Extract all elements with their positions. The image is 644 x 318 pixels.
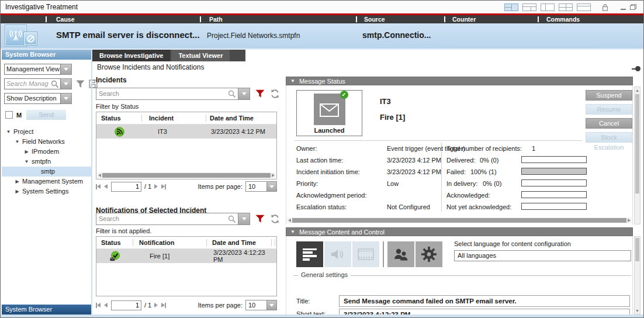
incidents-search-arrow[interactable] — [238, 88, 250, 100]
recipients-button[interactable] — [387, 241, 414, 267]
lock-icon[interactable] — [602, 4, 608, 11]
suspend-button[interactable]: Suspend — [586, 90, 632, 101]
items-per-page-arrow[interactable] — [266, 181, 277, 192]
message-checkbox[interactable] — [5, 111, 13, 119]
col-incident[interactable]: Incident — [142, 112, 206, 124]
tab-textual-viewer[interactable]: Textual Viewer — [171, 50, 230, 61]
video-content-button[interactable] — [352, 241, 379, 267]
previous-page-button[interactable] — [104, 184, 108, 189]
previous-page-button[interactable] — [104, 303, 108, 307]
expander-closed-icon[interactable]: ▶ — [23, 147, 30, 157]
items-per-page-value[interactable]: 10 — [245, 181, 266, 192]
delivered-value: 0% (0) — [480, 157, 498, 164]
tree-item-ipmodem[interactable]: ▶IPmodem — [2, 147, 91, 157]
view-selector[interactable]: Management View — [4, 64, 61, 75]
expander-open-icon[interactable]: ▼ — [14, 137, 20, 147]
send-button[interactable]: Send — [26, 110, 66, 120]
sidebar-splitter[interactable] — [91, 50, 92, 314]
block-escalation-button[interactable]: Block Escalation — [586, 132, 632, 143]
tree-item-system-settings[interactable]: ▶System Settings — [2, 186, 91, 196]
expander-open-icon[interactable]: ▼ — [5, 127, 12, 137]
layout-split-2-icon[interactable] — [504, 4, 518, 11]
page-number-input[interactable] — [111, 182, 141, 192]
settings-button[interactable] — [416, 241, 442, 267]
col-datetime[interactable]: Date and Time — [206, 112, 276, 124]
scroll-down-icon[interactable]: ▼ — [635, 308, 640, 313]
system-browser-header[interactable]: System Browser — [2, 50, 91, 60]
scroll-right-icon[interactable] — [272, 174, 275, 177]
scroll-right-icon[interactable] — [628, 219, 631, 222]
text-content-button[interactable] — [296, 241, 323, 267]
display-mode-arrow[interactable] — [61, 93, 72, 104]
cancel-button[interactable]: Cancel — [586, 118, 632, 129]
layout-top-bottom-icon[interactable] — [522, 4, 536, 11]
scroll-left-icon[interactable] — [288, 219, 291, 222]
next-page-button[interactable] — [154, 184, 158, 189]
incidents-hscrollbar[interactable] — [97, 172, 276, 178]
scroll-up-icon[interactable]: ▲ — [635, 88, 640, 93]
notifications-search-box — [96, 213, 238, 225]
language-selector[interactable]: All languages — [454, 250, 631, 261]
tree-item-smtpfn[interactable]: ▼smtpfn — [2, 157, 91, 167]
message-content-vscrollbar[interactable]: ▼ — [634, 236, 640, 314]
minimize-icon[interactable] — [621, 9, 626, 10]
scrollbar-thumb[interactable] — [635, 238, 639, 261]
items-per-page-arrow[interactable] — [266, 300, 277, 310]
items-per-page-value[interactable]: 10 — [245, 300, 266, 310]
col-datetime[interactable]: Date and Time — [207, 237, 271, 248]
short-text-field-value[interactable]: 3/23/2023 4:12:23 PM — [339, 309, 630, 314]
notification-row[interactable]: Fire [1] 3/23/2023 4:12:23 PM — [96, 249, 276, 263]
title-field-value[interactable]: Send Message command failed on SMTP emai… — [339, 295, 630, 307]
first-page-button[interactable] — [96, 184, 101, 189]
message-status-header[interactable]: ▼ Message Status — [286, 77, 633, 85]
next-page-button[interactable] — [154, 303, 158, 307]
notifications-filter-button[interactable] — [255, 215, 265, 223]
resume-button[interactable]: Resume — [586, 104, 632, 115]
incidents-refresh-button[interactable] — [270, 89, 280, 99]
incidents-filter-button[interactable] — [255, 89, 265, 98]
layout-quad-icon[interactable] — [559, 4, 573, 11]
scrollbar-thumb[interactable] — [635, 94, 639, 193]
collapse-icon[interactable]: ▼ — [290, 77, 295, 85]
event-banner[interactable]: SMTP email server is disconnect... Proje… — [1, 23, 643, 49]
first-page-button[interactable] — [96, 303, 101, 308]
incidents-search-input[interactable] — [96, 88, 224, 98]
layout-single-icon[interactable] — [577, 4, 591, 11]
message-content-header[interactable]: ▼ Message Content and Control — [286, 227, 633, 236]
col-status[interactable]: Status — [96, 112, 141, 124]
page-number-input[interactable] — [111, 300, 141, 310]
scroll-left-icon[interactable] — [98, 174, 101, 177]
sidebar-search-arrow[interactable] — [61, 78, 72, 89]
notifications-refresh-button[interactable] — [270, 214, 280, 224]
expander-open-icon[interactable]: ▼ — [23, 157, 30, 167]
tab-browse-investigative[interactable]: Browse Investigative — [92, 50, 170, 61]
system-browser-footer[interactable]: System Browser — [2, 305, 91, 314]
audio-content-button[interactable] — [324, 241, 351, 267]
scrollbar-thumb[interactable] — [102, 173, 271, 178]
notifications-search-arrow[interactable] — [238, 213, 250, 225]
in-delivery-value: 0% (0) — [483, 180, 501, 187]
tree-item-smtp[interactable]: smtp — [2, 167, 91, 177]
message-status-hscrollbar[interactable] — [287, 217, 632, 223]
collapse-icon[interactable]: ▼ — [290, 227, 295, 236]
scrollbar-thumb[interactable] — [292, 218, 626, 223]
expander-closed-icon[interactable]: ▶ — [14, 177, 20, 186]
incident-row[interactable]: IT3 3/23/2023 4:12 PM — [96, 125, 276, 139]
message-status-vscrollbar[interactable]: ▲ — [634, 87, 640, 224]
sidebar-search-input[interactable] — [5, 79, 49, 88]
tree-item-field-networks[interactable]: ▼Field Networks — [2, 137, 91, 147]
display-mode-selector[interactable]: Show Description — [4, 93, 61, 104]
sidebar-filter-button[interactable] — [76, 80, 85, 88]
restore-icon[interactable] — [630, 4, 636, 10]
layout-left-panel-icon[interactable] — [541, 4, 555, 11]
last-page-button[interactable] — [161, 184, 166, 189]
notifications-search-input[interactable] — [96, 213, 224, 223]
view-selector-arrow[interactable] — [61, 64, 72, 75]
expander-closed-icon[interactable]: ▶ — [14, 186, 20, 196]
tree-item-project[interactable]: ▼Project — [2, 127, 91, 137]
last-page-button[interactable] — [161, 303, 166, 308]
tree-item-management-system[interactable]: ▶Management System — [2, 177, 91, 186]
col-notification[interactable]: Notification — [133, 237, 206, 248]
pin-icon[interactable] — [632, 66, 640, 71]
col-status[interactable]: Status — [96, 237, 133, 248]
